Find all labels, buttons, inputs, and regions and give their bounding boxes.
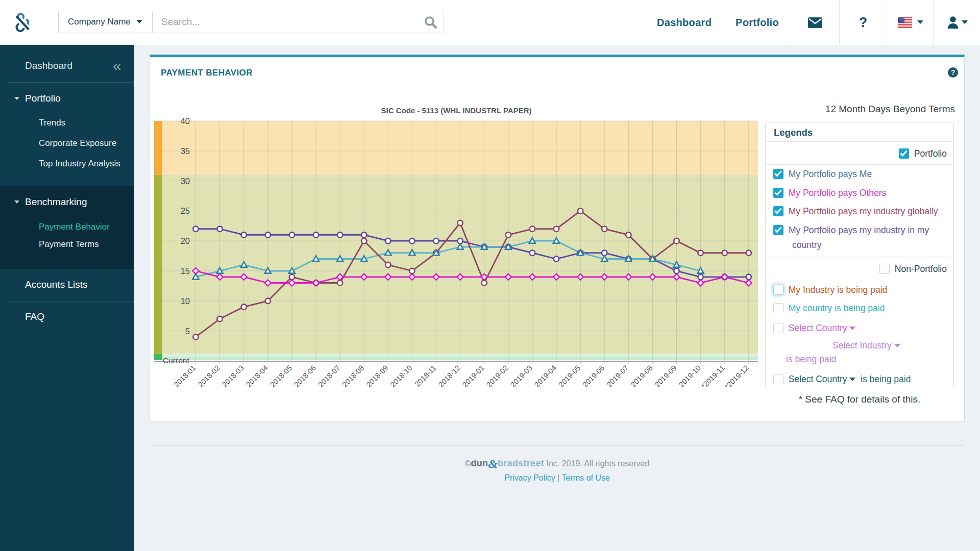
svg-text:2019-01: 2019-01 [461, 364, 486, 389]
svg-text:15: 15 [181, 266, 190, 276]
svg-text:2018-03: 2018-03 [220, 364, 246, 389]
svg-text:2018-01: 2018-01 [173, 364, 198, 389]
svg-text:25: 25 [181, 206, 190, 215]
svg-text:2019-07: 2019-07 [605, 364, 630, 389]
svg-text:2019-05: 2019-05 [557, 364, 582, 389]
svg-text:2018-10: 2018-10 [389, 364, 414, 389]
svg-text:30: 30 [181, 177, 190, 186]
svg-text:2018-12: 2018-12 [437, 364, 462, 389]
svg-text:2019-02: 2019-02 [485, 364, 510, 389]
svg-text:2019-06: 2019-06 [581, 364, 606, 389]
svg-text:35: 35 [181, 146, 190, 156]
svg-text:2018-08: 2018-08 [340, 364, 365, 389]
svg-text:5: 5 [185, 327, 190, 336]
svg-text:2019-03: 2019-03 [509, 364, 534, 389]
svg-text:2019-09: 2019-09 [653, 364, 678, 389]
svg-text:2019-08: 2019-08 [629, 364, 654, 389]
svg-text:10: 10 [181, 296, 190, 306]
svg-text:2018-02: 2018-02 [197, 364, 222, 389]
svg-text:*2019-12: *2019-12 [723, 364, 750, 391]
svg-text:Current: Current [163, 356, 189, 365]
svg-text:20: 20 [181, 236, 190, 245]
svg-text:2018-07: 2018-07 [316, 364, 341, 389]
svg-text:2019-04: 2019-04 [533, 364, 558, 389]
svg-text:2018-04: 2018-04 [244, 364, 270, 389]
svg-text:2018-06: 2018-06 [292, 364, 317, 389]
svg-text:40: 40 [181, 116, 190, 126]
svg-text:2018-11: 2018-11 [413, 364, 437, 388]
svg-text:2018-09: 2018-09 [364, 364, 389, 389]
svg-text:2018-05: 2018-05 [268, 364, 293, 389]
svg-text:*2019-11: *2019-11 [700, 364, 726, 390]
svg-text:2019-10: 2019-10 [677, 364, 702, 389]
